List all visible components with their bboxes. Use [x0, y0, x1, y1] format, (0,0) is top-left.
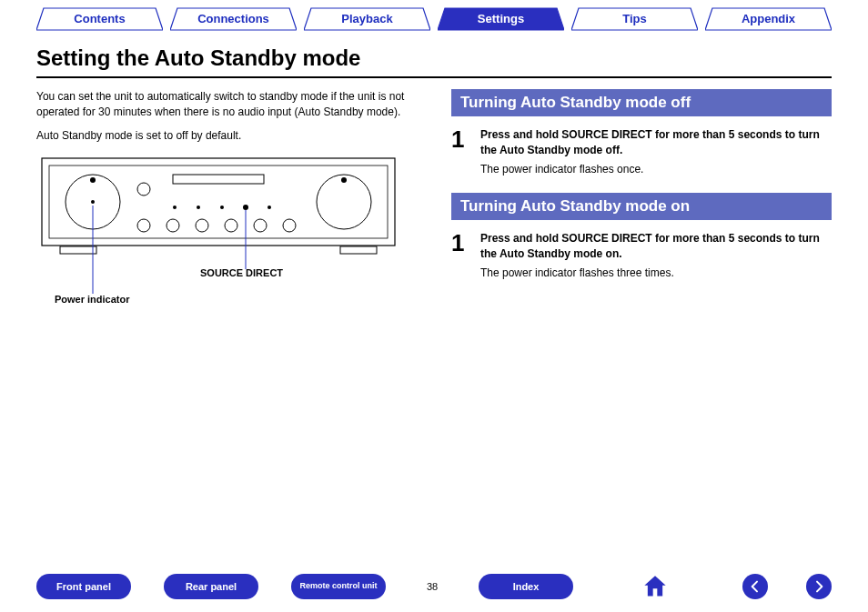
arrow-right-icon — [812, 579, 826, 594]
tab-label: Settings — [478, 12, 524, 25]
section-heading-on: Turning Auto Standby mode on — [451, 193, 832, 220]
callout-source-direct: SOURCE DIRECT — [200, 267, 283, 278]
page-number: 38 — [419, 581, 446, 592]
bottom-nav: Front panel Rear panel Remote control un… — [0, 574, 868, 599]
svg-rect-2 — [60, 246, 96, 254]
pill-label: Rear panel — [186, 581, 237, 592]
home-icon[interactable] — [642, 574, 668, 599]
tab-label: Contents — [74, 12, 125, 25]
rear-panel-button[interactable]: Rear panel — [164, 574, 258, 599]
body-columns: You can set the unit to automatically sw… — [0, 89, 868, 316]
page-title: Setting the Auto Standby mode — [0, 35, 868, 75]
tab-connections[interactable]: Connections — [170, 7, 297, 31]
svg-point-18 — [225, 219, 237, 232]
tab-label: Connections — [197, 12, 269, 25]
svg-point-14 — [267, 206, 271, 209]
step-number: 1 — [451, 127, 471, 176]
intro-paragraph-1: You can set the unit to automatically sw… — [36, 89, 419, 121]
tab-contents[interactable]: Contents — [36, 7, 163, 31]
svg-point-17 — [196, 219, 208, 232]
right-column: Turning Auto Standby mode off 1 Press an… — [451, 89, 832, 316]
step-number: 1 — [451, 231, 471, 280]
svg-rect-0 — [42, 158, 395, 246]
device-diagram: SOURCE DIRECT Power indicator — [36, 153, 400, 316]
top-tabs: Contents Connections Playback Settings T… — [0, 0, 868, 35]
svg-point-13 — [243, 205, 248, 210]
step-plain-text: The power indicator flashes once. — [480, 162, 832, 177]
svg-point-10 — [173, 206, 177, 209]
front-panel-button[interactable]: Front panel — [36, 574, 131, 599]
tab-label: Tips — [622, 12, 647, 25]
pill-label: Front panel — [56, 581, 111, 592]
index-button[interactable]: Index — [479, 574, 573, 599]
step-bold-text: Press and hold SOURCE DIRECT for more th… — [480, 231, 832, 262]
tab-appendix[interactable]: Appendix — [705, 7, 832, 31]
remote-control-button[interactable]: Remote control unit — [291, 574, 386, 599]
svg-rect-3 — [340, 246, 377, 254]
svg-point-12 — [220, 206, 224, 209]
callout-power-indicator: Power indicator — [55, 294, 130, 305]
svg-point-6 — [90, 177, 96, 183]
tab-settings[interactable]: Settings — [438, 7, 564, 31]
tab-tips[interactable]: Tips — [571, 7, 698, 31]
left-column: You can set the unit to automatically sw… — [36, 89, 419, 316]
svg-point-11 — [197, 206, 200, 209]
svg-point-9 — [137, 183, 150, 196]
arrow-left-icon — [748, 579, 762, 594]
device-svg — [36, 153, 400, 316]
svg-point-19 — [254, 219, 267, 232]
svg-point-8 — [341, 177, 347, 183]
step-on: 1 Press and hold SOURCE DIRECT for more … — [451, 231, 832, 280]
tab-label: Playback — [341, 12, 392, 25]
intro-paragraph-2: Auto Standby mode is set to off by defau… — [36, 128, 419, 144]
step-off: 1 Press and hold SOURCE DIRECT for more … — [451, 127, 832, 176]
svg-point-20 — [283, 219, 296, 232]
svg-point-21 — [91, 200, 95, 204]
section-heading-off: Turning Auto Standby mode off — [451, 89, 832, 116]
pill-label: Remote control unit — [300, 582, 378, 591]
step-bold-text: Press and hold SOURCE DIRECT for more th… — [480, 127, 832, 158]
prev-page-button[interactable] — [742, 574, 768, 599]
next-page-button[interactable] — [806, 574, 832, 599]
svg-rect-1 — [49, 166, 388, 238]
tab-playback[interactable]: Playback — [304, 7, 430, 31]
title-rule — [36, 76, 832, 78]
step-plain-text: The power indicator flashes three times. — [480, 266, 832, 281]
svg-point-16 — [167, 219, 179, 232]
tab-label: Appendix — [742, 12, 795, 25]
svg-rect-4 — [173, 175, 264, 184]
svg-point-15 — [137, 219, 150, 232]
pill-label: Index — [513, 581, 540, 592]
